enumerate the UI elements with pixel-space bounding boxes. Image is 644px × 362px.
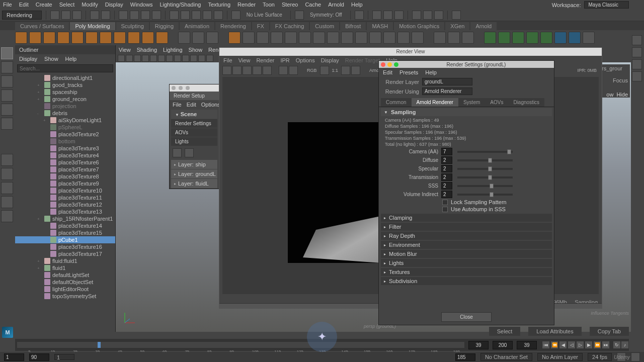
menu-create[interactable]: Create: [36, 2, 52, 8]
outliner-item-spaceship[interactable]: +spaceship: [15, 88, 115, 96]
vp-icon-11[interactable]: [198, 55, 205, 62]
outliner-item-fluid1[interactable]: +fluid1: [15, 264, 115, 272]
shelf-last-icon[interactable]: [583, 32, 595, 44]
vp-icon-2[interactable]: [126, 55, 133, 62]
playback-rewind-icon[interactable]: [412, 11, 421, 20]
range-current-input[interactable]: [455, 353, 475, 361]
separate-icon[interactable]: [257, 32, 269, 44]
tab-diagnostics[interactable]: Diagnostics: [508, 98, 544, 107]
menu-arnold[interactable]: Arnold: [328, 2, 344, 8]
outliner-item-place3dTexture10[interactable]: place3dTexture10: [15, 187, 115, 194]
copy-tab-button[interactable]: Copy Tab: [590, 327, 629, 336]
render-frame-icon[interactable]: [372, 11, 381, 20]
shelf-tab-bifrost[interactable]: Bifrost: [340, 22, 366, 30]
vp-menu-view[interactable]: View: [119, 47, 131, 53]
rs-menu-file[interactable]: File: [173, 102, 182, 108]
maximize-icon[interactable]: [394, 62, 398, 67]
vp-icon-4[interactable]: [142, 55, 149, 62]
shelf-green-3-icon[interactable]: [512, 32, 524, 44]
field-input[interactable]: [441, 165, 452, 172]
section-clamping[interactable]: ▸Clamping: [381, 214, 552, 222]
rv-menu-ipr[interactable]: IPR: [280, 57, 289, 63]
rset-menu-edit[interactable]: Edit: [383, 69, 392, 75]
cb-hide[interactable]: Hide: [616, 92, 628, 98]
last-tool-icon[interactable]: [1, 118, 13, 130]
rset-menu-help[interactable]: Help: [425, 69, 437, 75]
poly-type-icon[interactable]: [142, 32, 154, 44]
step-fwd-icon[interactable]: ▶: [585, 341, 593, 349]
rs-aovs[interactable]: AOVs: [171, 128, 217, 137]
smooth-icon[interactable]: [271, 32, 283, 44]
slider-thumb-icon[interactable]: [490, 192, 494, 197]
section-textures[interactable]: ▸Textures: [381, 268, 552, 276]
step-fwd-key-icon[interactable]: ⏩: [593, 341, 601, 349]
step-back-key-icon[interactable]: ⏪: [550, 341, 558, 349]
outliner-item-projection[interactable]: projection: [15, 103, 115, 110]
outliner-item-place3dTexture16[interactable]: place3dTexture16: [15, 243, 115, 250]
rv-menu-file[interactable]: File: [223, 57, 232, 63]
tab-common[interactable]: Common: [381, 98, 412, 107]
poly-sphere-icon[interactable]: [15, 32, 27, 44]
shelf-green-4-icon[interactable]: [526, 32, 538, 44]
tab-system[interactable]: System: [458, 98, 485, 107]
shelf-green-5-icon[interactable]: [540, 32, 552, 44]
layout-custom-icon[interactable]: [1, 196, 13, 208]
shelf-tab-mograph[interactable]: Motion Graphics: [394, 22, 444, 30]
layout-four-icon[interactable]: [1, 168, 13, 180]
tool-settings-toggle-icon[interactable]: [632, 59, 642, 69]
shelf-tab-animation[interactable]: Animation: [180, 22, 214, 30]
rv-remove-icon[interactable]: [289, 66, 298, 75]
play-backward-icon[interactable]: ◁: [568, 341, 576, 349]
lasso-tool-icon[interactable]: [1, 61, 13, 73]
connect-icon[interactable]: [462, 32, 474, 44]
render-setup-titlebar[interactable]: [170, 84, 219, 92]
menu-modify[interactable]: Modify: [82, 2, 98, 8]
slider-thumb-icon[interactable]: [488, 166, 492, 171]
layout-two-icon[interactable]: [1, 182, 13, 194]
outliner-item-topoSymmetrySet[interactable]: topoSymmetrySet: [15, 293, 115, 300]
rv-menu-render[interactable]: Render: [256, 57, 274, 63]
current-frame-input[interactable]: [468, 341, 489, 349]
snap-grid-icon[interactable]: [170, 11, 179, 20]
field-input[interactable]: [441, 173, 452, 181]
rv-ratio-label[interactable]: 1:1: [330, 68, 341, 73]
menu-lighting-shading[interactable]: Lighting/Shading: [159, 2, 201, 8]
ipr-icon[interactable]: [383, 11, 392, 20]
outliner-item-place3dTexture12[interactable]: place3dTexture12: [15, 201, 115, 208]
field-slider[interactable]: [457, 194, 513, 196]
render-layer-dropdown[interactable]: groundL: [422, 78, 472, 85]
field-slider[interactable]: [457, 159, 513, 161]
outliner-menu-display[interactable]: Display: [19, 56, 37, 62]
edge-flow-icon[interactable]: [434, 32, 446, 44]
outliner-item-good_tracks[interactable]: +good_tracks: [15, 81, 115, 88]
render-settings-titlebar[interactable]: Render Settings (groundL): [379, 61, 554, 68]
shelf-tab-mash[interactable]: MASH: [367, 22, 393, 30]
combine-icon[interactable]: [243, 32, 255, 44]
outliner-item-place3dTexture15[interactable]: place3dTexture15: [15, 229, 115, 236]
bevel-icon[interactable]: [327, 32, 339, 44]
rs-menu-options[interactable]: Options: [201, 102, 220, 108]
go-to-start-icon[interactable]: ⏮: [542, 341, 550, 349]
step-back-icon[interactable]: ◀: [559, 341, 567, 349]
snap-icon[interactable]: [152, 11, 161, 20]
modeling-toolkit-toggle-icon[interactable]: [632, 71, 642, 81]
render-view-title[interactable]: Render View: [219, 48, 602, 56]
snap-point-icon[interactable]: [192, 11, 201, 20]
menu-texturing[interactable]: Texturing: [208, 2, 230, 8]
snap-curve-icon[interactable]: [181, 11, 190, 20]
slider-thumb-icon[interactable]: [490, 184, 494, 189]
range-end-input[interactable]: [493, 341, 513, 349]
rotate-tool-icon[interactable]: [1, 89, 13, 102]
symmetry-icon[interactable]: [295, 11, 304, 20]
shelf-tab-rigging[interactable]: Rigging: [150, 22, 179, 30]
rv-menu-view[interactable]: View: [238, 57, 251, 63]
outliner-item-ground_recon[interactable]: +ground_recon: [15, 96, 115, 103]
poly-plane-icon[interactable]: [86, 32, 98, 44]
outliner-item-place3dTexture11[interactable]: place3dTexture11: [15, 194, 115, 201]
snap-plane-icon[interactable]: [203, 11, 212, 20]
outliner-item-directionalLight1[interactable]: directionalLight1: [15, 74, 115, 81]
section-sampling[interactable]: ▼Sampling: [381, 108, 552, 116]
rv-keep-icon[interactable]: [279, 66, 288, 75]
outliner-menu-show[interactable]: Show: [44, 56, 58, 62]
poly-cube-icon[interactable]: [29, 32, 41, 44]
